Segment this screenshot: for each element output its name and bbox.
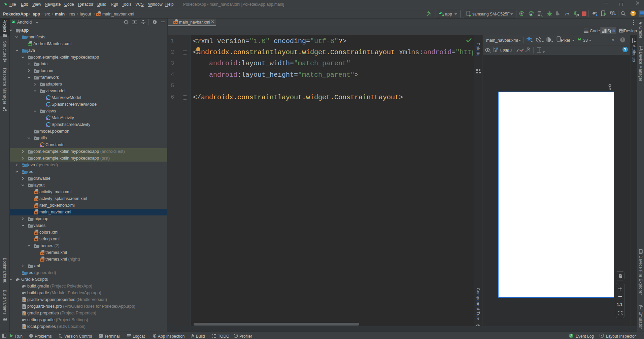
svg-text:<>: <> <box>35 205 38 208</box>
svg-text:<>: <> <box>35 212 38 214</box>
svg-text:<>: <> <box>41 252 44 255</box>
svg-text:<>: <> <box>35 198 38 201</box>
svg-text:<>: <> <box>41 259 44 262</box>
svg-text:<>: <> <box>35 232 38 235</box>
svg-text:A: A <box>530 13 532 16</box>
svg-text:<>: <> <box>97 13 100 16</box>
svg-text:<>: <> <box>174 22 177 24</box>
svg-text:MF: MF <box>28 43 32 46</box>
svg-text:<>: <> <box>35 192 38 194</box>
svg-text:0dp: 0dp <box>503 48 509 52</box>
svg-text:<>: <> <box>35 239 38 241</box>
